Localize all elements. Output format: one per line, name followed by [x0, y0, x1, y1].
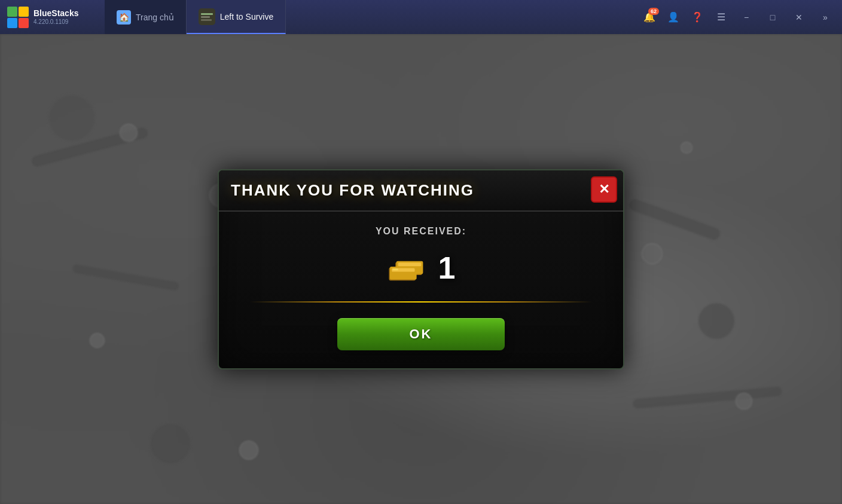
tab-trang-chu-label: Trang chủ — [136, 13, 174, 22]
gold-bars-icon — [387, 253, 429, 283]
tab-trang-chu[interactable]: 🏠 Trang chủ — [105, 0, 187, 34]
dialog-overlay: THANK YOU FOR WATCHING ✕ YOU RECEIVED: — [0, 34, 842, 504]
close-window-button[interactable]: ✕ — [787, 5, 811, 29]
tab-left-to-survive[interactable]: Left to Survive — [187, 0, 286, 34]
help-button[interactable]: ❓ — [687, 7, 708, 28]
close-x-icon: ✕ — [599, 182, 609, 197]
bluestacks-logo-icon — [7, 7, 29, 28]
ok-button[interactable]: OK — [337, 318, 505, 350]
menu-button[interactable]: ☰ — [710, 7, 732, 28]
app-version: 4.220.0.1109 — [33, 19, 78, 25]
svg-rect-5 — [201, 13, 213, 15]
app-name: BlueStacks — [33, 9, 78, 18]
svg-rect-10 — [398, 262, 420, 266]
svg-rect-3 — [19, 18, 29, 28]
svg-rect-14 — [392, 268, 398, 270]
svg-rect-6 — [201, 16, 210, 18]
game-area: THANK YOU FOR WATCHING ✕ YOU RECEIVED: — [0, 34, 842, 504]
home-icon: 🏠 — [117, 10, 131, 25]
notification-button[interactable]: 🔔 62 — [639, 7, 660, 28]
reward-area: 1 — [387, 244, 456, 292]
svg-rect-2 — [7, 18, 17, 28]
dialog-close-button[interactable]: ✕ — [591, 176, 617, 203]
titlebar-right: 🔔 62 👤 ❓ ☰ − □ ✕ » — [639, 5, 842, 29]
svg-rect-7 — [201, 19, 212, 21]
tab-left-to-survive-label: Left to Survive — [220, 12, 274, 22]
reward-dialog: THANK YOU FOR WATCHING ✕ YOU RECEIVED: — [218, 169, 624, 369]
notification-badge: 62 — [648, 8, 659, 15]
svg-rect-0 — [7, 7, 17, 17]
bluestacks-logo-area: BlueStacks 4.220.0.1109 — [0, 7, 105, 28]
titlebar: BlueStacks 4.220.0.1109 🏠 Trang chủ Left… — [0, 0, 842, 34]
game-tab-icon — [199, 8, 215, 25]
divider-line — [250, 301, 592, 303]
minimize-button[interactable]: − — [734, 5, 758, 29]
dialog-header: THANK YOU FOR WATCHING ✕ — [219, 170, 623, 212]
dialog-title: THANK YOU FOR WATCHING — [231, 181, 474, 199]
dialog-body: YOU RECEIVED: — [219, 212, 623, 350]
more-button[interactable]: » — [813, 5, 837, 29]
bluestacks-title: BlueStacks 4.220.0.1109 — [33, 9, 78, 25]
maximize-button[interactable]: □ — [761, 5, 785, 29]
reward-amount: 1 — [438, 250, 456, 286]
svg-rect-1 — [19, 7, 29, 17]
received-label: YOU RECEIVED: — [376, 226, 466, 237]
account-button[interactable]: 👤 — [663, 7, 684, 28]
